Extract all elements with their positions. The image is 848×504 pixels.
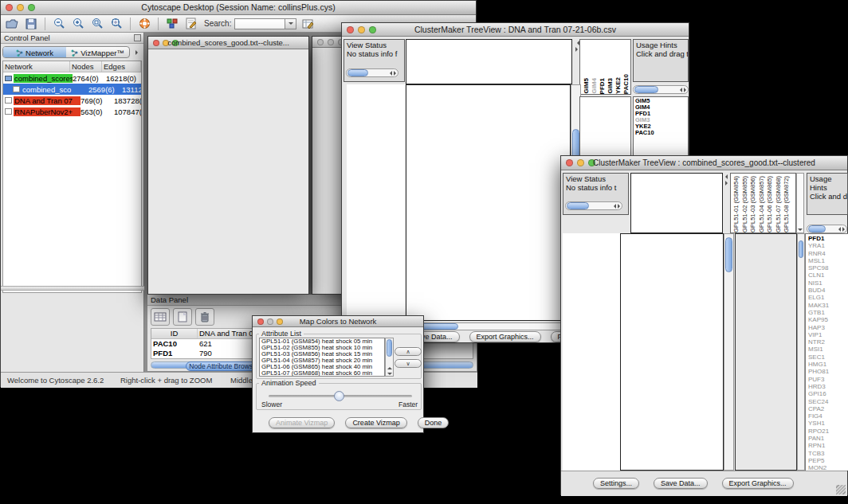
splitter-arrows[interactable] xyxy=(723,173,729,233)
network-list-row[interactable]: DNA and Tran 07 769(0) 183728(0) xyxy=(3,95,141,106)
zoom-selected-button[interactable] xyxy=(89,17,105,31)
search-input[interactable] xyxy=(234,18,285,29)
dialog-titlebar[interactable]: Map Colors to Network xyxy=(253,316,423,327)
zoom-heatmap-view[interactable] xyxy=(735,233,797,471)
gene-label[interactable]: PFD1 xyxy=(808,235,848,242)
gene-label[interactable]: TCB3 xyxy=(808,450,848,457)
main-titlebar[interactable]: Cytoscape Desktop (Session Name: collins… xyxy=(1,1,476,15)
float-panel-icon[interactable] xyxy=(134,34,141,41)
dialog-button[interactable]: Done xyxy=(418,417,450,428)
heatmap-global-view[interactable] xyxy=(406,84,571,321)
gene-label[interactable]: SEC1 xyxy=(808,354,848,361)
gene-label[interactable]: YSH1 xyxy=(808,420,848,427)
tab-network[interactable]: VizMapper™ xyxy=(66,47,129,57)
gene-label[interactable]: SPC98 xyxy=(808,264,848,272)
gene-label[interactable]: VIP1 xyxy=(808,331,848,338)
col-header-id[interactable]: ID xyxy=(151,329,198,338)
gene-label[interactable]: RPO21 xyxy=(808,428,848,435)
move-up-button[interactable]: ∧ xyxy=(395,347,422,356)
attribute-list-scrollbar[interactable] xyxy=(385,338,394,377)
tab-overflow-button[interactable] xyxy=(132,47,142,57)
create-attribute-button[interactable] xyxy=(173,308,192,326)
column-dendrogram[interactable] xyxy=(406,39,572,84)
help-lifebuoy-button[interactable] xyxy=(136,17,152,31)
move-down-button[interactable]: ∨ xyxy=(395,359,422,368)
gene-label[interactable]: RNR4 xyxy=(808,250,848,257)
network-list-row[interactable]: combined_scores 2764(0) 16218(0) xyxy=(3,72,141,84)
treeview2-titlebar[interactable]: ClusterMaker TreeView : combined_scores_… xyxy=(561,156,847,170)
treeview-button[interactable]: Settings... xyxy=(593,478,639,489)
tab-network[interactable]: Network xyxy=(3,47,66,57)
gene-label[interactable]: FIG4 xyxy=(808,412,848,420)
gene-label[interactable]: PAN1 xyxy=(808,435,848,442)
annotation-icon[interactable] xyxy=(183,17,199,31)
gene-label[interactable]: BUD4 xyxy=(808,287,848,294)
open-session-button[interactable] xyxy=(4,17,20,31)
delete-attribute-button[interactable] xyxy=(195,308,214,326)
speed-slider-thumb[interactable] xyxy=(334,391,344,401)
heatmap-global-view[interactable] xyxy=(620,233,724,471)
splitter-arrows[interactable] xyxy=(574,39,579,84)
save-session-button[interactable] xyxy=(23,17,39,31)
zoom-out-button[interactable] xyxy=(51,17,67,31)
gene-label[interactable]: KAP95 xyxy=(808,316,848,323)
search-dropdown-button[interactable] xyxy=(285,18,296,29)
treeview-button[interactable]: Export Graphics... xyxy=(469,331,541,342)
attribute-list[interactable]: GPL51-01 (GSM854) heat shock 05 minGPL51… xyxy=(259,338,385,377)
gene-label[interactable]: HMG1 xyxy=(808,361,848,368)
gene-label[interactable]: PEP5 xyxy=(808,457,848,464)
bottom-hscrollbar[interactable] xyxy=(406,322,571,330)
overview-divider[interactable] xyxy=(1,286,144,291)
treeview1-titlebar[interactable]: ClusterMaker TreeView : DNA and Tran 07-… xyxy=(342,23,689,37)
heatmap-vscrollbar[interactable] xyxy=(724,233,734,471)
zoom-hscrollbar[interactable] xyxy=(807,225,847,233)
row-dendrogram[interactable] xyxy=(563,233,620,471)
gene-label[interactable]: RPN1 xyxy=(808,442,848,449)
col-header-nodes[interactable]: Nodes xyxy=(70,61,102,72)
gene-label[interactable]: GPI16 xyxy=(808,390,848,397)
gene-label[interactable]: MSL1 xyxy=(808,257,848,264)
vizmapper-shortcut-icon[interactable] xyxy=(164,17,180,31)
gene-label[interactable]: YRA1 xyxy=(808,242,848,249)
zoom-hscrollbar[interactable] xyxy=(633,85,689,94)
network-canvas[interactable] xyxy=(148,49,308,295)
gene-label[interactable]: PUF3 xyxy=(808,376,848,383)
col-header-network[interactable]: Network xyxy=(3,61,70,72)
gene-label[interactable]: CPA2 xyxy=(808,405,848,412)
dialog-button[interactable]: Create Vizmap xyxy=(345,417,406,428)
network-list-row[interactable]: combined_sco 2569(6) 13112(15) xyxy=(3,84,141,95)
status-scrollbar[interactable] xyxy=(565,201,622,210)
treeview-button[interactable]: Export Graphics... xyxy=(722,478,794,489)
treeview-button[interactable]: Save Data... xyxy=(654,478,708,489)
gene-label[interactable]: SEC24 xyxy=(808,398,848,405)
gene-label[interactable]: NIS1 xyxy=(808,279,848,287)
gene-label[interactable]: MAK31 xyxy=(808,302,848,309)
network-overview[interactable] xyxy=(2,292,142,367)
attribute-list-item[interactable]: GPL51-07 (GSM868) heat shock 60 min xyxy=(261,370,384,377)
gene-label[interactable]: PHO81 xyxy=(808,368,848,375)
label-scroll-strip[interactable] xyxy=(796,173,804,233)
network-list-row[interactable]: RNAPuberNov2+ 563(0) 107847(0) xyxy=(3,106,141,117)
status-scrollbar[interactable] xyxy=(346,68,398,77)
gene-label[interactable]: ELG1 xyxy=(808,294,848,301)
resize-grip[interactable] xyxy=(836,485,846,494)
zoom-fit-button[interactable] xyxy=(108,17,124,31)
gene-label[interactable]: MON2 xyxy=(808,464,848,471)
network-window-titlebar[interactable]: combined_scores_good.txt--cluste... xyxy=(148,37,308,49)
zoom-in-button[interactable] xyxy=(70,17,86,31)
col-header-edges[interactable]: Edges xyxy=(102,61,141,72)
dialog-button[interactable]: Animate Vizmap xyxy=(269,417,335,428)
gene-label[interactable]: CLN1 xyxy=(808,272,848,279)
zoom-vscrollbar[interactable] xyxy=(797,233,805,471)
select-attributes-button[interactable] xyxy=(151,308,170,326)
gene-label[interactable]: HAP3 xyxy=(808,324,848,331)
gene-label[interactable]: HRD3 xyxy=(808,383,848,390)
row-dendrogram[interactable] xyxy=(347,84,405,321)
close-button[interactable] xyxy=(317,39,324,45)
attribute-editor-icon[interactable] xyxy=(300,17,316,31)
minimize-button[interactable] xyxy=(328,39,334,45)
gene-label[interactable]: NTR2 xyxy=(808,338,848,346)
column-tree-area[interactable] xyxy=(630,173,723,233)
gene-label[interactable]: GTB1 xyxy=(808,309,848,316)
gene-label[interactable]: MSI1 xyxy=(808,346,848,353)
